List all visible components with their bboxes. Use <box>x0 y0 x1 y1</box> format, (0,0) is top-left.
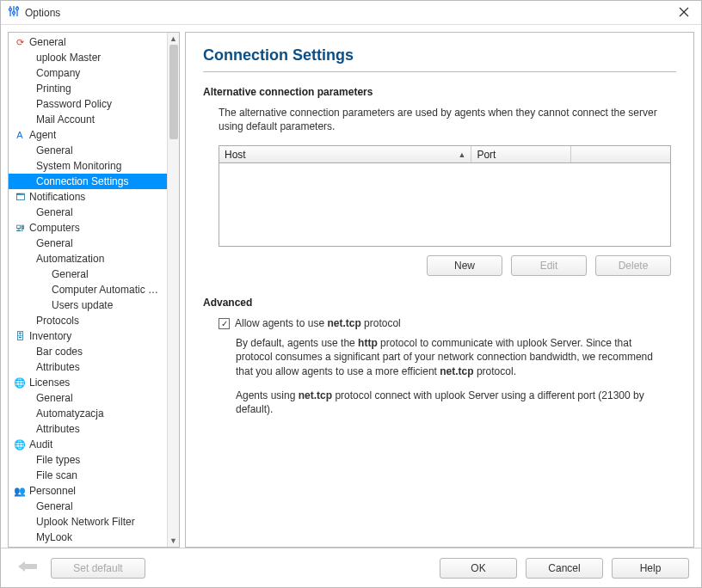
col-host[interactable]: Host ▲ <box>219 146 471 162</box>
sidebar-item-bar-codes[interactable]: Bar codes <box>9 344 167 359</box>
sidebar-item-mylook[interactable]: MyLook <box>9 530 167 545</box>
sidebar-item-attributes[interactable]: Attributes <box>9 421 167 437</box>
sidebar-item-automatization[interactable]: Automatization <box>9 251 167 266</box>
page-title: Connection Settings <box>203 46 676 72</box>
sidebar-item-general[interactable]: General <box>9 266 167 282</box>
group-icon: 🗔 <box>12 192 28 202</box>
sidebar-group-personnel[interactable]: 👥Personnel <box>9 483 167 499</box>
sidebar: ⟳Generaluplook MasterCompanyPrintingPass… <box>8 32 180 548</box>
close-icon[interactable] <box>674 4 694 21</box>
options-window: Options ⟳Generaluplook MasterCompanyPrin… <box>0 0 702 588</box>
sidebar-group-computers[interactable]: 🖳Computers <box>9 220 167 236</box>
sidebar-item-company[interactable]: Company <box>9 65 167 81</box>
sidebar-item-password-policy[interactable]: Password Policy <box>9 96 167 112</box>
col-port[interactable]: Port <box>471 146 570 162</box>
titlebar: Options <box>1 1 701 25</box>
sidebar-item-computer-automatic-c-[interactable]: Computer Automatic C... <box>9 282 167 297</box>
sidebar-item-attributes[interactable]: Attributes <box>9 359 167 375</box>
window-title: Options <box>25 7 674 19</box>
sidebar-item-protocols[interactable]: Protocols <box>9 313 167 328</box>
svg-point-5 <box>16 8 19 10</box>
section-heading-alt: Alternative connection parameters <box>203 86 676 98</box>
sidebar-item-general[interactable]: General <box>9 205 167 220</box>
sidebar-group-notifications[interactable]: 🗔Notifications <box>9 189 167 205</box>
sidebar-item-uplook-master[interactable]: uplook Master <box>9 50 167 65</box>
help-button[interactable]: Help <box>612 558 689 579</box>
col-blank <box>571 146 670 162</box>
cancel-button[interactable]: Cancel <box>526 558 603 579</box>
sidebar-item-printing[interactable]: Printing <box>9 81 167 96</box>
ok-button[interactable]: OK <box>440 558 517 579</box>
options-icon <box>8 5 20 20</box>
sidebar-item-general[interactable]: General <box>9 236 167 251</box>
sidebar-item-file-types[interactable]: File types <box>9 452 167 468</box>
sidebar-group-inventory[interactable]: 🗄Inventory <box>9 328 167 344</box>
svg-marker-8 <box>18 561 37 572</box>
sidebar-scrollbar[interactable]: ▲ ▼ <box>167 33 179 547</box>
advanced-text: By default, agents use the http protocol… <box>236 336 671 416</box>
sidebar-item-general[interactable]: General <box>9 499 167 514</box>
sidebar-item-automatyzacja[interactable]: Automatyzacja <box>9 406 167 421</box>
scroll-up-icon[interactable]: ▲ <box>169 33 177 45</box>
delete-button[interactable]: Delete <box>595 255 671 276</box>
sidebar-item-users-update[interactable]: Users update <box>9 297 167 313</box>
sort-asc-icon: ▲ <box>459 150 466 159</box>
alt-description: The alternative connection parameters ar… <box>219 107 671 133</box>
svg-point-4 <box>13 12 15 15</box>
sidebar-item-uplook-network-filter[interactable]: Uplook Network Filter <box>9 514 167 530</box>
svg-point-3 <box>9 9 12 11</box>
checkbox-label: Allow agents to use net.tcp protocol <box>235 317 401 329</box>
back-icon[interactable] <box>13 557 42 579</box>
sidebar-item-general[interactable]: General <box>9 390 167 406</box>
group-icon: ⟳ <box>12 37 28 48</box>
scrollbar-thumb[interactable] <box>169 45 178 139</box>
edit-button[interactable]: Edit <box>511 255 587 276</box>
sidebar-group-agent[interactable]: AAgent <box>9 127 167 143</box>
group-icon: 🌐 <box>12 439 28 450</box>
grid-body <box>219 163 670 246</box>
alt-connection-grid[interactable]: Host ▲ Port <box>219 145 671 247</box>
sidebar-item-mail-account[interactable]: Mail Account <box>9 112 167 127</box>
group-icon: 🗄 <box>12 331 28 341</box>
new-button[interactable]: New <box>427 255 502 276</box>
group-icon: A <box>12 130 28 140</box>
footer: Set default OK Cancel Help <box>1 548 701 587</box>
grid-header: Host ▲ Port <box>219 146 670 163</box>
set-default-button[interactable]: Set default <box>51 558 145 579</box>
scroll-down-icon[interactable]: ▼ <box>169 535 177 547</box>
sidebar-item-connection-settings[interactable]: Connection Settings <box>9 174 167 189</box>
sidebar-group-licenses[interactable]: 🌐Licenses <box>9 375 167 390</box>
group-icon: 🌐 <box>12 377 28 389</box>
sidebar-group-audit[interactable]: 🌐Audit <box>9 437 167 452</box>
sidebar-group-general[interactable]: ⟳General <box>9 34 167 50</box>
group-icon: 🖳 <box>12 223 28 233</box>
content-panel: Connection Settings Alternative connecti… <box>185 32 694 548</box>
sidebar-item-general[interactable]: General <box>9 143 167 158</box>
allow-nettcp-checkbox[interactable]: ✓ Allow agents to use net.tcp protocol <box>219 317 671 329</box>
sidebar-item-file-scan[interactable]: File scan <box>9 468 167 483</box>
section-heading-advanced: Advanced <box>203 297 676 309</box>
group-icon: 👥 <box>12 486 28 497</box>
sidebar-item-system-monitoring[interactable]: System Monitoring <box>9 158 167 174</box>
checkbox-icon: ✓ <box>219 318 230 329</box>
